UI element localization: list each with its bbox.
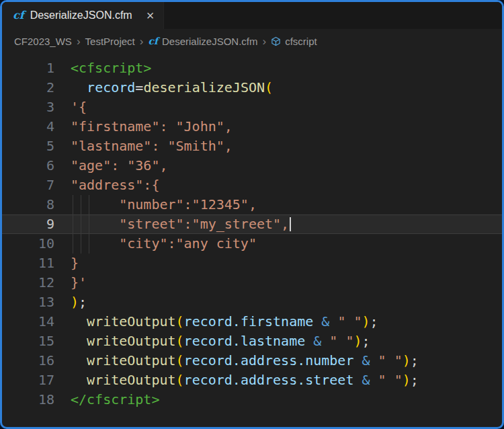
code-text[interactable]: ); [71,292,502,312]
code-text[interactable]: '{ [71,98,502,117]
code-text[interactable]: "firstname": "John", [71,117,502,136]
code-token [329,313,337,329]
code-line[interactable]: 17 writeOutput(record.address.street & "… [2,370,502,390]
indent-guide-line [73,214,73,234]
code-token: ( [176,333,184,349]
code-token: = [135,79,143,95]
line-number[interactable]: 7 [2,176,71,195]
line-number[interactable]: 13 [2,292,71,312]
code-line[interactable]: 16 writeOutput(record.address.number & "… [2,351,502,370]
line-number[interactable]: 1 [2,58,71,78]
code-line[interactable]: 15 writeOutput(record.lastname & " "); [2,332,502,351]
code-line[interactable]: 14 writeOutput(record.firstname & " "); [2,312,502,332]
line-number[interactable]: 18 [2,390,71,410]
code-line[interactable]: 1<cfscript> [2,58,502,78]
code-text[interactable]: writeOutput(record.firstname & " "); [71,312,502,332]
code-text[interactable]: record=deserializeJSON( [71,78,502,98]
indent-guide-line [81,195,81,214]
line-number[interactable]: 6 [2,156,71,176]
code-text[interactable]: "lastname": "Smith", [71,136,502,156]
code-token: "age": "36", [71,157,168,173]
line-number[interactable]: 15 [2,332,71,351]
code-token: ( [176,352,184,368]
code-line[interactable]: 8 "number":"12345", [2,195,502,214]
code-token: ) [71,294,79,310]
code-token: "firstname": "John", [71,118,233,134]
code-token [71,352,87,368]
code-token: "street":"my_street", [71,216,289,232]
code-line[interactable]: 13); [2,292,502,312]
code-line[interactable]: 9 "street":"my_street", [2,214,502,234]
code-text[interactable]: <cfscript> [71,58,502,78]
code-token [71,333,87,349]
code-line[interactable]: 5"lastname": "Smith", [2,136,502,156]
breadcrumb-item-cfscript[interactable]: cfscript [285,36,317,47]
code-line[interactable]: 7"address":{ [2,176,502,195]
symbol-cube-icon [271,36,281,46]
line-number[interactable]: 8 [2,195,71,214]
code-token: record.address.street [184,372,362,388]
code-line[interactable]: 10 "city":"any city" [2,234,502,254]
breadcrumb-item-file[interactable]: DeserializeJSON.cfm [162,36,258,47]
code-token: " " [337,313,362,329]
code-editor[interactable]: 1<cfscript>2 record=deserializeJSON(3'{4… [2,53,502,427]
breadcrumb: CF2023_WS › TestProject › cf Deserialize… [2,29,502,53]
breadcrumb-item-workspace[interactable]: CF2023_WS [14,36,72,47]
code-text[interactable]: </cfscript> [71,390,502,410]
indent-guide-line [89,234,89,254]
code-line[interactable]: 3'{ [2,98,502,117]
code-text[interactable]: "number":"12345", [71,195,502,214]
line-number[interactable]: 5 [2,136,71,156]
code-line[interactable]: 18</cfscript> [2,390,502,410]
line-number[interactable]: 12 [2,273,71,292]
code-line[interactable]: 4"firstname": "John", [2,117,502,136]
code-token: " " [378,352,403,368]
code-token: " " [378,372,403,388]
code-token: "city":"any city" [71,235,257,251]
code-token: ; [370,313,378,329]
line-number[interactable]: 9 [2,214,71,234]
code-token: ( [265,79,273,95]
code-text[interactable]: } [71,254,502,273]
code-line[interactable]: 12}' [2,273,502,292]
code-line[interactable]: 2 record=deserializeJSON( [2,78,502,98]
chevron-right-icon: › [263,36,267,47]
indent-guide-line [73,234,73,254]
code-line[interactable]: 6"age": "36", [2,156,502,176]
code-lines[interactable]: 1<cfscript>2 record=deserializeJSON(3'{4… [2,58,502,410]
code-token: ; [362,333,370,349]
line-number[interactable]: 10 [2,234,71,254]
code-token [71,79,87,95]
line-number[interactable]: 4 [2,117,71,136]
line-number[interactable]: 3 [2,98,71,117]
line-number[interactable]: 2 [2,78,71,98]
code-token: deserializeJSON [143,79,265,95]
tab-deserializejson-cfm[interactable]: cf DeserializeJSON.cfm × [2,2,164,29]
line-number[interactable]: 17 [2,370,71,390]
code-text[interactable]: writeOutput(record.address.number & " ")… [71,351,502,370]
line-number[interactable]: 14 [2,312,71,332]
code-token: }' [71,274,87,290]
chevron-right-icon: › [77,36,81,47]
tab-close-icon[interactable]: × [146,9,155,22]
code-token: & [321,313,329,329]
code-text[interactable]: "address":{ [71,176,502,195]
code-token [370,372,378,388]
indent-guide-line [81,214,81,234]
breadcrumb-item-project[interactable]: TestProject [85,36,135,47]
code-token: "address":{ [71,177,159,193]
code-token: ) [403,352,411,368]
text-cursor [290,217,291,231]
code-text[interactable]: "city":"any city" [71,234,502,254]
code-token: "lastname": "Smith", [71,138,233,154]
chevron-right-icon: › [140,36,144,47]
code-text[interactable]: writeOutput(record.lastname & " "); [71,332,502,351]
line-number[interactable]: 16 [2,351,71,370]
line-number[interactable]: 11 [2,254,71,273]
code-text[interactable]: "age": "36", [71,156,502,176]
code-text[interactable]: writeOutput(record.address.street & " ")… [71,370,502,390]
code-line[interactable]: 11} [2,254,502,273]
code-text[interactable]: }' [71,273,502,292]
code-token: ; [411,352,419,368]
code-text[interactable]: "street":"my_street", [71,214,502,234]
